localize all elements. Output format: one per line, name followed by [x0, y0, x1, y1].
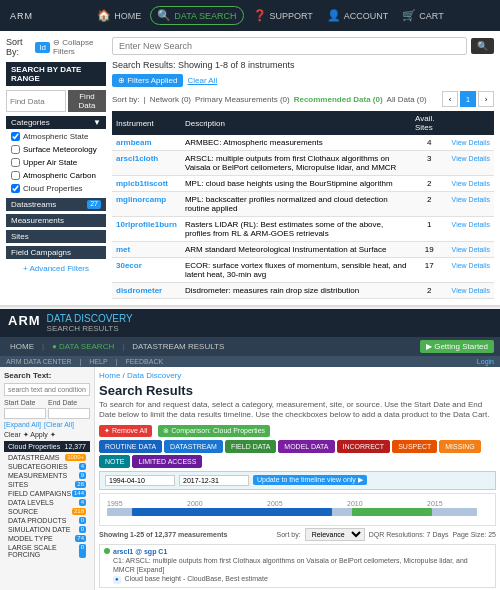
cat-atmospheric-state[interactable]: Atmospheric State: [6, 130, 106, 143]
view-details-btn[interactable]: View Details: [452, 155, 490, 162]
expand-all-btn[interactable]: [Expand All]: [4, 421, 41, 428]
tab-datastream[interactable]: DATASTREAM: [164, 440, 223, 453]
sort-id-btn[interactable]: Id: [35, 42, 50, 53]
bottom-nav-datastream[interactable]: DATASTREAM RESULTS: [128, 340, 228, 353]
prev-page-btn[interactable]: ‹: [442, 91, 458, 107]
view-details-btn[interactable]: View Details: [452, 196, 490, 203]
tab-suspect[interactable]: SUSPECT: [392, 440, 437, 453]
tab-incorrect[interactable]: INCORRECT: [337, 440, 391, 453]
field-campaigns-filter-item[interactable]: FIELD CAMPAIGNS 144: [4, 489, 90, 498]
cat-atmospheric-carbon-checkbox[interactable]: [11, 171, 20, 180]
getting-started-btn[interactable]: ▶ Getting Started: [420, 340, 494, 353]
find-data-input[interactable]: [6, 90, 66, 112]
field-campaigns-header[interactable]: Field Campaigns: [6, 246, 106, 259]
view-details-btn[interactable]: View Details: [452, 180, 490, 187]
instrument-name[interactable]: 10rlprofile1burn: [116, 220, 177, 229]
cat-upper-air[interactable]: Upper Air State: [6, 156, 106, 169]
nav-support[interactable]: ❓ SUPPORT: [248, 7, 318, 24]
instrument-name[interactable]: mglinorcamp: [116, 195, 166, 204]
large-scale-filter-item[interactable]: LARGE SCALE FORCING 0: [4, 543, 90, 559]
view-details-btn[interactable]: View Details: [452, 221, 490, 228]
arm-data-center-link[interactable]: ARM DATA CENTER: [6, 358, 71, 365]
cat-atmospheric-state-checkbox[interactable]: [11, 132, 20, 141]
view-details-btn[interactable]: View Details: [452, 262, 490, 269]
end-date-input[interactable]: [48, 408, 90, 419]
instrument-name[interactable]: disdrometer: [116, 286, 162, 295]
datastreams-header[interactable]: Datastreams 27: [6, 198, 106, 211]
start-date-input[interactable]: [4, 408, 46, 419]
instrument-name[interactable]: 30ecor: [116, 261, 142, 270]
instrument-name[interactable]: mplcb1tiscott: [116, 179, 168, 188]
data-levels-filter-item[interactable]: DATA LEVELS 4: [4, 498, 90, 507]
measurements-filter-item[interactable]: MEASUREMENTS 9: [4, 471, 90, 480]
cat-surface-met[interactable]: Surface Meteorology: [6, 143, 106, 156]
cat-atmospheric-carbon[interactable]: Atmospheric Carbon: [6, 169, 106, 182]
datastreams-filter-item[interactable]: DATASTREAMS 1000+: [4, 453, 90, 462]
next-page-btn[interactable]: ›: [478, 91, 494, 107]
tab-routine-data[interactable]: ROUTINE DATA: [99, 440, 162, 453]
data-products-filter-item[interactable]: DATA PRODUCTS 0: [4, 516, 90, 525]
sort-select[interactable]: Relevance: [305, 528, 365, 541]
cloud-properties-header[interactable]: Cloud Properties 12,377: [4, 441, 90, 452]
timeline-end-date[interactable]: [179, 475, 249, 486]
model-type-filter-item[interactable]: MODEL TYPE 74: [4, 534, 90, 543]
simulation-date-filter-item[interactable]: SIMULATION DATE 0: [4, 525, 90, 534]
cat-cloud-properties-checkbox[interactable]: [11, 184, 20, 193]
page-1-btn[interactable]: 1: [460, 91, 476, 107]
breadcrumb-discovery[interactable]: Data Discovery: [127, 371, 181, 380]
sites-filter-item[interactable]: SITES 26: [4, 480, 90, 489]
bottom-nav-data-search[interactable]: ● DATA SEARCH: [48, 340, 118, 353]
sites-section: Sites: [6, 230, 106, 243]
instrument-name[interactable]: arscl1cloth: [116, 154, 158, 163]
cat-cloud-properties[interactable]: Cloud Properties: [6, 182, 106, 195]
nav-data-search[interactable]: 🔍 DATA SEARCH: [150, 6, 243, 25]
filters-applied-btn[interactable]: ⊕ Filters Applied: [112, 74, 183, 87]
remove-all-btn[interactable]: ✦ Remove All: [99, 425, 152, 437]
find-data-btn[interactable]: Find Data: [68, 90, 106, 112]
instrument-name[interactable]: met: [116, 245, 130, 254]
result-item-title[interactable]: arscl1 @ sgp C1: [113, 548, 167, 555]
sites-header[interactable]: Sites: [6, 230, 106, 243]
instrument-name[interactable]: armbeam: [116, 138, 152, 147]
nav-account[interactable]: 👤 ACCOUNT: [322, 7, 394, 24]
view-details-btn[interactable]: View Details: [452, 139, 490, 146]
feedback-link[interactable]: FEEDBACK: [125, 358, 163, 365]
apply-row[interactable]: Clear ✦ Apply ✦: [4, 431, 90, 439]
recommended-tab[interactable]: Recommended Data (0): [294, 95, 383, 104]
top-left-sidebar: Sort By: Id ⊖ Collapse Filters SEARCH BY…: [6, 37, 106, 299]
bottom-nav-home[interactable]: HOME: [6, 340, 38, 353]
advanced-filters-btn[interactable]: + Advanced Filters: [6, 260, 106, 277]
cat-surface-met-checkbox[interactable]: [11, 145, 20, 154]
avail-sites: 3: [411, 151, 448, 176]
login-btn[interactable]: Login: [477, 358, 494, 365]
instrument-desc: ARMBEC: Atmospheric measurements: [181, 135, 411, 151]
bottom-search-input[interactable]: [4, 383, 90, 396]
top-search-btn[interactable]: 🔍: [471, 38, 494, 54]
nav-cart[interactable]: 🛒 CART: [397, 7, 448, 24]
tab-missing[interactable]: MISSING: [439, 440, 481, 453]
all-data-tab[interactable]: All Data (0): [387, 95, 427, 104]
top-search-input[interactable]: [112, 37, 467, 55]
network-tab[interactable]: Network (0): [150, 95, 191, 104]
tab-field-data[interactable]: FIELD DATA: [225, 440, 276, 453]
view-details-btn[interactable]: View Details: [452, 287, 490, 294]
measurements-header[interactable]: Measurements: [6, 214, 106, 227]
timeline-start-date[interactable]: [105, 475, 175, 486]
collapse-filters-btn[interactable]: ⊖ Collapse Filters: [53, 38, 106, 56]
clear-all-btn[interactable]: Clear All: [187, 76, 217, 85]
primary-tab[interactable]: Primary Measurements (0): [195, 95, 290, 104]
nav-home[interactable]: 🏠 HOME: [92, 7, 146, 24]
help-link[interactable]: HELP: [89, 358, 107, 365]
tab-limited-access[interactable]: LIMITED ACCESS: [132, 455, 202, 468]
source-filter-item[interactable]: SOURCE 218: [4, 507, 90, 516]
view-details-btn[interactable]: View Details: [452, 246, 490, 253]
timeline-update-btn[interactable]: Update to the timeline view only ▶: [253, 475, 367, 485]
clear-all-sidebar-btn[interactable]: [Clear All]: [44, 421, 74, 428]
subcategories-filter-item[interactable]: SUBCATEGORIES 4: [4, 462, 90, 471]
tab-model-data[interactable]: MODEL DATA: [278, 440, 334, 453]
breadcrumb-home[interactable]: Home: [99, 371, 120, 380]
cat-upper-air-checkbox[interactable]: [11, 158, 20, 167]
categories-header[interactable]: Categories ▼: [6, 116, 106, 129]
cloud-properties-tag-btn[interactable]: ⊗ Comparison: Cloud Properties: [158, 425, 270, 437]
tab-note[interactable]: NOTE: [99, 455, 130, 468]
